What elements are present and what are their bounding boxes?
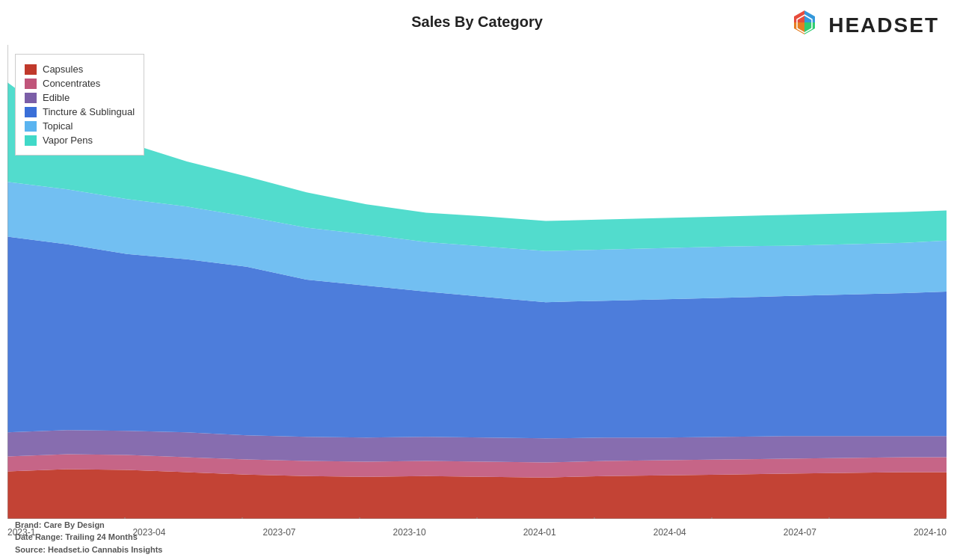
- footer-brand: Brand: Care By Design: [15, 519, 162, 532]
- footer-source: Source: Headset.io Cannabis Insights: [15, 544, 162, 556]
- x-label-7: 2024-10: [914, 527, 947, 538]
- legend-item-edible: Edible: [25, 92, 135, 103]
- legend-item-capsules: Capsules: [25, 64, 135, 75]
- legend-label-vapor: Vapor Pens: [43, 135, 93, 146]
- legend-item-tincture: Tincture & Sublingual: [25, 106, 135, 117]
- legend-box: Capsules Concentrates Edible Tincture & …: [15, 54, 144, 156]
- logo-text: HEADSET: [828, 13, 939, 37]
- area-capsules: [7, 470, 947, 519]
- legend-color-tincture: [25, 107, 37, 117]
- footer-info: Brand: Care By Design Date Range: Traili…: [15, 519, 162, 556]
- source-value: Headset.io Cannabis Insights: [48, 545, 162, 554]
- legend-item-vapor: Vapor Pens: [25, 135, 135, 146]
- x-label-2: 2023-07: [262, 527, 295, 538]
- source-label: Source:: [15, 545, 46, 554]
- brand-label: Brand:: [15, 520, 41, 529]
- legend-label-topical: Topical: [43, 120, 73, 132]
- legend-color-edible: [25, 93, 37, 103]
- legend-color-concentrates: [25, 79, 37, 89]
- legend-color-capsules: [25, 64, 37, 75]
- date-value: Trailing 24 Months: [65, 532, 138, 541]
- headset-logo-icon: [787, 7, 822, 43]
- date-label: Date Range:: [15, 532, 63, 541]
- legend-color-vapor: [25, 135, 37, 146]
- logo-area: HEADSET: [787, 7, 939, 43]
- chart-container: HEADSET Sales By Category Capsules Conce…: [0, 0, 954, 560]
- x-label-3: 2023-10: [393, 527, 426, 538]
- legend-label-edible: Edible: [43, 92, 70, 103]
- x-label-4: 2024-01: [523, 527, 556, 538]
- legend-label-tincture: Tincture & Sublingual: [43, 106, 135, 117]
- legend-label-capsules: Capsules: [43, 64, 83, 75]
- legend-item-concentrates: Concentrates: [25, 78, 135, 89]
- footer-date: Date Range: Trailing 24 Months: [15, 531, 162, 544]
- x-label-6: 2024-07: [784, 527, 816, 538]
- chart-svg-area: [7, 45, 947, 519]
- brand-value: Care By Design: [44, 520, 105, 529]
- legend-color-topical: [25, 121, 37, 132]
- x-label-5: 2024-04: [653, 527, 686, 538]
- legend-item-topical: Topical: [25, 120, 135, 132]
- chart-svg: [7, 45, 947, 519]
- legend-label-concentrates: Concentrates: [43, 78, 100, 89]
